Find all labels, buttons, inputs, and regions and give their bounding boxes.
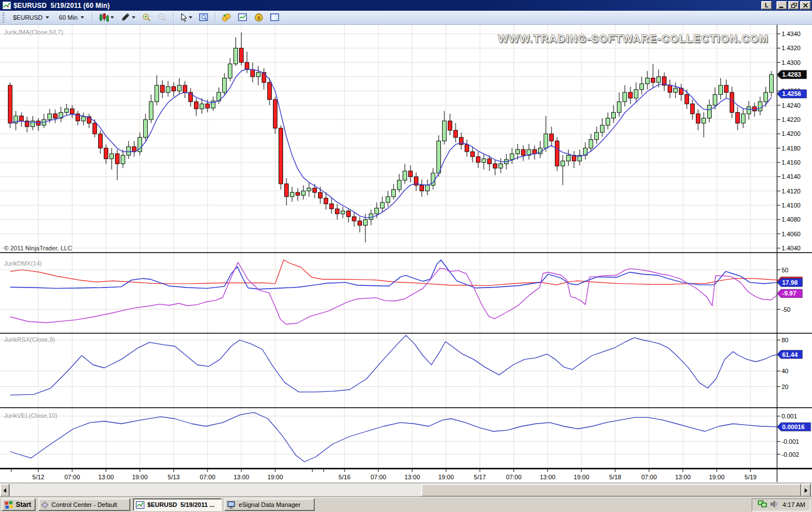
- candle-up: [403, 171, 407, 180]
- network-icon[interactable]: [758, 500, 767, 509]
- candle-up: [302, 191, 306, 196]
- new-chart-button[interactable]: [236, 11, 250, 24]
- close-button[interactable]: [800, 1, 811, 10]
- x-axis-label: 19:00: [267, 474, 283, 480]
- x-axis-label: 5/17: [474, 474, 486, 480]
- candle-down: [651, 78, 655, 83]
- cursor-button[interactable]: [178, 11, 195, 24]
- drawing-tools-button[interactable]: [118, 11, 138, 24]
- x-axis-label: 13:00: [404, 474, 420, 480]
- candle-down: [279, 128, 283, 184]
- candle-down: [471, 152, 475, 157]
- task-button-esignal[interactable]: eSignal Data Manager: [224, 498, 315, 511]
- candle-up: [640, 84, 644, 90]
- axis-tick-label: 1.4200: [782, 130, 801, 137]
- properties-grid-icon: [270, 13, 280, 22]
- link-button[interactable]: L: [761, 1, 772, 10]
- dmx-panel-label: JurikDMX(14): [4, 260, 42, 267]
- x-axis-label: 5/19: [744, 474, 756, 480]
- axis-tick-label: 50: [782, 267, 788, 273]
- candle-down: [668, 85, 672, 92]
- toolbar-separator: [92, 12, 92, 23]
- candle-up: [364, 219, 368, 225]
- price-chart[interactable]: WWW.TRADING-SOFTWARE-COLLECTION.COMWWW.T…: [0, 0, 812, 483]
- candle-down: [268, 82, 272, 99]
- x-axis-label: 19:00: [438, 474, 454, 480]
- axis-tick-label: 1.4300: [782, 59, 801, 66]
- chart-icon: [136, 501, 144, 509]
- candle-up: [758, 101, 762, 111]
- value-tag-text: 1.4283: [782, 71, 801, 78]
- task-button-control-center[interactable]: Control Center - Default: [38, 498, 130, 511]
- scroll-left-button[interactable]: [0, 484, 10, 497]
- candle-up: [567, 155, 571, 161]
- candle-up: [601, 125, 604, 133]
- candle-down: [116, 154, 120, 164]
- chevron-down-icon: [46, 16, 49, 19]
- candle-down: [206, 104, 210, 108]
- candle-down: [493, 164, 497, 169]
- application-window: WWW.TRADING-SOFTWARE-COLLECTION.COMWWW.T…: [0, 0, 812, 512]
- start-button[interactable]: Start: [2, 498, 36, 511]
- zoom-out-button[interactable]: [156, 11, 169, 24]
- candle-up: [398, 180, 401, 189]
- data-box-button[interactable]: [197, 11, 211, 24]
- candle-down: [409, 171, 413, 176]
- chart-style-button[interactable]: [96, 11, 116, 24]
- candle-down: [285, 184, 289, 197]
- candle-down: [685, 95, 689, 104]
- candle-down: [240, 48, 244, 62]
- instruments-button[interactable]: $: [252, 11, 266, 24]
- properties-button[interactable]: [268, 11, 282, 24]
- task-label: eSignal Data Manager: [239, 501, 300, 508]
- task-button-eurusd-chart[interactable]: $EURUSD 5/19/2011 ...: [133, 498, 222, 511]
- candle-up: [713, 95, 717, 105]
- axis-tick-label: 1.4120: [782, 188, 801, 195]
- scrollbar-thumb[interactable]: [421, 484, 801, 497]
- restore-button[interactable]: [788, 1, 799, 10]
- chart-area[interactable]: WWW.TRADING-SOFTWARE-COLLECTION.COMWWW.T…: [0, 0, 812, 483]
- candle-down: [336, 209, 339, 214]
- toolbar-grip[interactable]: [2, 12, 5, 23]
- zoom-in-button[interactable]: [140, 11, 153, 24]
- candle-down: [550, 134, 554, 141]
- candle-up: [307, 188, 311, 191]
- ninjatrader-icon: [41, 501, 48, 509]
- system-tray: 4:17 AM: [752, 498, 810, 511]
- volume-icon[interactable]: [770, 500, 778, 509]
- minimize-button[interactable]: [776, 1, 787, 10]
- candle-up: [510, 154, 514, 160]
- candle-down: [262, 72, 266, 82]
- title-bar[interactable]: $EURUSD 5/19/2011 (60 Min) L: [0, 0, 812, 11]
- candle-up: [606, 118, 610, 125]
- x-axis-label: 19:00: [709, 474, 725, 480]
- candle-up: [223, 78, 227, 92]
- vel-panel-label: JurikVEL(Close,10): [4, 412, 58, 419]
- candle-up: [561, 161, 565, 166]
- axis-tick-label: -0.001: [782, 438, 799, 445]
- coin-icon: $: [254, 13, 263, 22]
- interval-label: 60 Min: [59, 14, 78, 21]
- instrument-selector[interactable]: $EURUSD: [9, 12, 53, 23]
- candle-down: [104, 148, 108, 159]
- start-label: Start: [16, 501, 31, 509]
- rsx-line: [10, 336, 777, 395]
- scroll-right-button[interactable]: [801, 484, 811, 497]
- candle-down: [183, 85, 187, 92]
- arrow-left-icon: [3, 488, 6, 493]
- data-box-icon: [199, 13, 209, 22]
- account-connection-button[interactable]: [219, 11, 233, 24]
- value-tag-text: 0.00016: [782, 423, 805, 430]
- candle-up: [178, 85, 182, 91]
- candle-up: [228, 64, 232, 78]
- candle-down: [313, 188, 317, 193]
- interval-selector[interactable]: 60 Min: [55, 12, 88, 23]
- candle-up: [426, 186, 430, 191]
- arrow-right-icon: [805, 488, 807, 493]
- horizontal-scrollbar[interactable]: [0, 483, 812, 497]
- candle-up: [257, 72, 261, 77]
- x-axis-label: 07:00: [641, 474, 657, 480]
- candle-up: [499, 164, 503, 169]
- x-axis-label: 5/13: [167, 474, 179, 480]
- candle-down: [20, 116, 24, 121]
